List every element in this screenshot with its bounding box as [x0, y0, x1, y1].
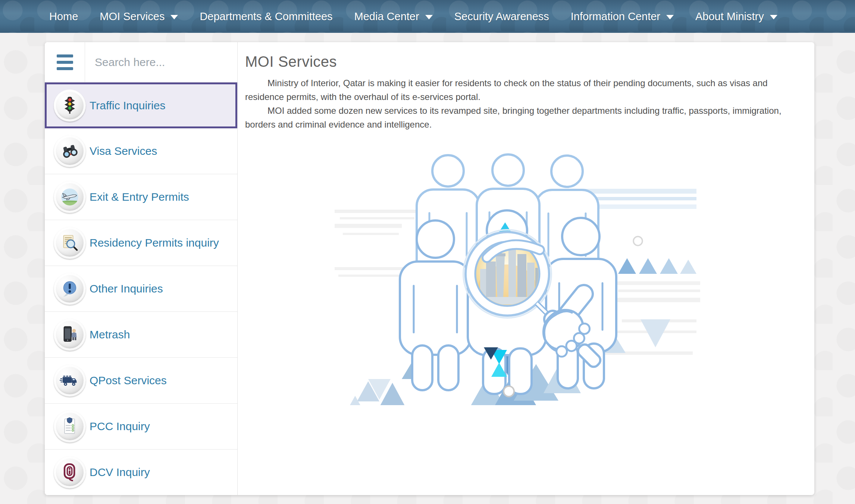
services-menu: Traffic Inquiries Vis	[45, 82, 237, 495]
chevron-down-icon	[770, 15, 777, 19]
nav-item-information-center[interactable]: Information Center	[571, 10, 674, 23]
sidebar-item-label: QPost Services	[90, 374, 167, 387]
dcv-emblem-icon	[54, 456, 86, 488]
intro-paragraph-2: MOI added some dozen new services to its…	[245, 104, 796, 131]
nav-item-home[interactable]: Home	[49, 10, 78, 23]
chevron-down-icon	[425, 15, 433, 19]
smartphone-icon	[54, 319, 86, 351]
sidebar-item-label: Metrash	[90, 328, 130, 341]
nav-item-departments-committees[interactable]: Departments & Committees	[200, 10, 332, 23]
document-magnifier-icon	[54, 227, 86, 259]
binoculars-icon	[54, 135, 86, 167]
sidebar-item-label: Residency Permits inquiry	[90, 237, 219, 249]
nav-label: Home	[49, 10, 78, 23]
nav-item-security-awareness[interactable]: Security Awareness	[454, 10, 549, 23]
nav-label: Departments & Committees	[200, 10, 332, 23]
sidebar-item-traffic-inquiries[interactable]: Traffic Inquiries	[45, 82, 237, 128]
people-search-illustration	[335, 144, 700, 405]
sidebar-item-label: Traffic Inquiries	[90, 99, 165, 112]
traffic-light-icon	[54, 90, 86, 122]
sidebar-item-label: PCC Inquiry	[90, 420, 150, 433]
sidebar-item-metrash[interactable]: Metrash	[45, 312, 237, 358]
airplane-icon	[54, 181, 86, 213]
nav-item-media-center[interactable]: Media Center	[354, 10, 433, 23]
sidebar-item-other-inquiries[interactable]: Other Inquiries	[45, 266, 237, 312]
page-title: MOI Services	[245, 53, 796, 70]
nav-label: About Ministry	[695, 10, 764, 23]
sidebar-item-label: Other Inquiries	[90, 282, 163, 295]
nav-label: Media Center	[354, 10, 419, 23]
nav-item-moi-services[interactable]: MOI Services	[100, 10, 178, 23]
nav-label: Security Awareness	[454, 10, 549, 23]
hamburger-icon	[57, 54, 73, 57]
top-navigation: Home MOI Services Departments & Committe…	[0, 0, 855, 33]
certificate-document-icon	[54, 410, 86, 442]
search-box	[85, 42, 237, 82]
exclamation-bubble-icon	[54, 273, 86, 305]
sidebar-item-label: Exit & Entry Permits	[90, 191, 189, 203]
sidebar-item-label: DCV Inquiry	[90, 466, 150, 479]
main-content: MOI Services Ministry of Interior, Qatar…	[238, 42, 814, 495]
delivery-truck-icon	[54, 364, 86, 397]
sidebar-item-label: Visa Services	[90, 145, 157, 157]
menu-toggle-button[interactable]	[45, 42, 85, 82]
sidebar-search-row	[45, 42, 237, 82]
nav-label: Information Center	[571, 10, 660, 23]
chevron-down-icon	[170, 15, 178, 19]
sidebar-item-qpost-services[interactable]: QPost Services	[45, 358, 237, 404]
services-sidebar: Traffic Inquiries Vis	[45, 42, 238, 495]
intro-paragraph-1: Ministry of Interior, Qatar is making it…	[245, 76, 796, 104]
nav-item-about-ministry[interactable]: About Ministry	[695, 10, 777, 23]
content-card: Traffic Inquiries Vis	[45, 42, 814, 495]
chevron-down-icon	[666, 15, 674, 19]
sidebar-item-residency-permits-inquiry[interactable]: Residency Permits inquiry	[45, 220, 237, 266]
search-input[interactable]	[85, 56, 237, 69]
sidebar-item-exit-entry-permits[interactable]: Exit & Entry Permits	[45, 174, 237, 220]
sidebar-item-visa-services[interactable]: Visa Services	[45, 128, 237, 174]
sidebar-item-dcv-inquiry[interactable]: DCV Inquiry	[45, 450, 237, 495]
sidebar-item-pcc-inquiry[interactable]: PCC Inquiry	[45, 404, 237, 450]
nav-label: MOI Services	[100, 10, 165, 23]
